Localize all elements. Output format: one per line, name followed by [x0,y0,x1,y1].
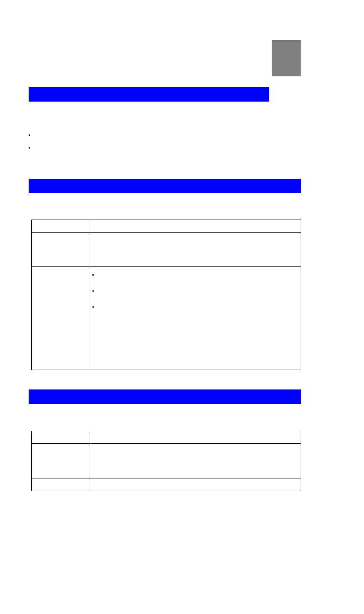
cell [32,478,90,491]
list-item [98,272,298,277]
cell [90,444,301,478]
table-row [32,431,301,444]
list-item [98,288,298,293]
top-right-image-placeholder [272,40,301,76]
cell [90,267,301,370]
section-bar-1 [29,87,269,102]
table-row [32,233,301,267]
table-row [32,267,301,370]
table-2 [31,431,301,491]
intro-list [27,125,217,157]
table-1 [31,220,301,370]
cell [32,444,90,478]
cell [32,431,90,444]
list-item [98,304,298,309]
table-row [32,478,301,491]
cell [90,431,301,444]
cell [32,220,90,233]
cell [90,233,301,267]
table-row [32,444,301,478]
cell [90,220,301,233]
intro-list-item [34,145,217,150]
table-row [32,220,301,233]
cell [32,233,90,267]
cell [32,267,90,370]
intro-list-item [34,132,217,138]
section-bar-2 [29,179,301,193]
cell [90,478,301,491]
section-bar-3 [29,389,301,404]
